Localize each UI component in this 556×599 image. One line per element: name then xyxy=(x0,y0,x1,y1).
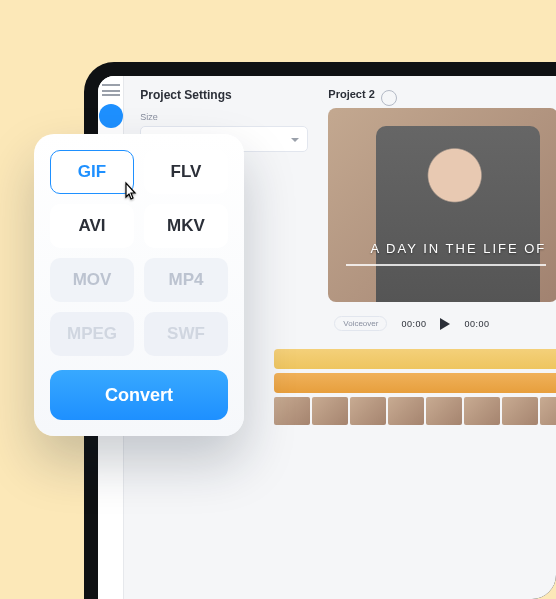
playback-controls: Voiceover 00:00 00:00 xyxy=(334,316,556,331)
preview-image xyxy=(376,126,540,302)
thumbnail[interactable] xyxy=(350,397,386,425)
timeline[interactable] xyxy=(324,349,556,425)
overlay-text: A DAY IN THE LIFE OF xyxy=(370,241,546,256)
format-option-mpeg[interactable]: MPEG xyxy=(50,312,134,356)
size-label: Size xyxy=(140,112,308,122)
panel-title: Project Settings xyxy=(140,88,308,102)
format-option-flv[interactable]: FLV xyxy=(144,150,228,194)
time-right: 00:00 xyxy=(464,319,489,329)
thumbnail[interactable] xyxy=(274,397,310,425)
overlay-underline xyxy=(346,264,546,266)
thumbnail-strip[interactable] xyxy=(274,397,556,425)
format-option-mkv[interactable]: MKV xyxy=(144,204,228,248)
timeline-track[interactable] xyxy=(274,373,556,393)
thumbnail[interactable] xyxy=(464,397,500,425)
format-option-swf[interactable]: SWF xyxy=(144,312,228,356)
play-icon[interactable] xyxy=(440,318,450,330)
thumbnail[interactable] xyxy=(426,397,462,425)
format-option-mp4[interactable]: MP4 xyxy=(144,258,228,302)
settings-icon[interactable] xyxy=(99,104,123,128)
hamburger-icon[interactable] xyxy=(102,84,120,96)
thumbnail[interactable] xyxy=(502,397,538,425)
cloud-icon[interactable] xyxy=(381,90,397,106)
thumbnail[interactable] xyxy=(540,397,556,425)
thumbnail[interactable] xyxy=(312,397,348,425)
convert-button[interactable]: Convert xyxy=(50,370,228,420)
timeline-track[interactable] xyxy=(274,349,556,369)
project-name: Project 2 xyxy=(328,88,374,100)
format-option-avi[interactable]: AVI xyxy=(50,204,134,248)
voiceover-pill[interactable]: Voiceover xyxy=(334,316,387,331)
thumbnail[interactable] xyxy=(388,397,424,425)
pointer-cursor-icon xyxy=(118,180,142,208)
time-left: 00:00 xyxy=(401,319,426,329)
video-preview[interactable]: A DAY IN THE LIFE OF xyxy=(328,108,556,302)
format-option-mov[interactable]: MOV xyxy=(50,258,134,302)
